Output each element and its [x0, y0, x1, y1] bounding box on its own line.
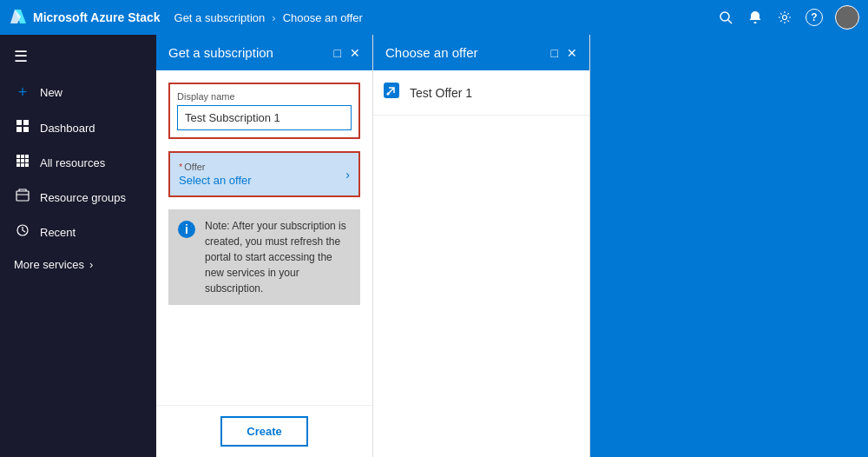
- content-area: Get a subscription □ ✕ Display name *: [156, 35, 868, 457]
- panel-get-subscription: Get a subscription □ ✕ Display name *: [156, 35, 373, 457]
- required-star: *: [179, 162, 182, 172]
- resource-groups-icon: [14, 189, 31, 206]
- svg-point-5: [783, 16, 787, 20]
- sidebar: ☰ + New Dashboard All resources Resource…: [0, 35, 156, 457]
- svg-rect-18: [25, 163, 29, 167]
- display-name-label: Display name: [177, 91, 352, 102]
- panel-right-minimize-icon[interactable]: □: [551, 46, 558, 60]
- display-name-group: Display name: [168, 83, 360, 139]
- svg-point-24: [387, 93, 390, 96]
- sidebar-item-recent-label: Recent: [40, 226, 76, 239]
- panel-left-header: Get a subscription □ ✕: [156, 35, 372, 70]
- recent-icon: [14, 223, 31, 241]
- display-name-input[interactable]: [177, 105, 352, 130]
- settings-icon[interactable]: [776, 9, 793, 26]
- sidebar-item-new-label: New: [40, 86, 62, 99]
- offer-selector[interactable]: * Offer Select an offer ›: [168, 151, 360, 197]
- svg-rect-19: [16, 191, 29, 201]
- sidebar-item-dashboard[interactable]: Dashboard: [0, 110, 156, 145]
- all-resources-icon: [14, 154, 31, 171]
- notification-icon[interactable]: [746, 9, 764, 26]
- svg-rect-12: [25, 155, 29, 158]
- panel-right-title: Choose an offer: [385, 45, 477, 60]
- offer-list-item[interactable]: Test Offer 1: [373, 70, 589, 116]
- dashboard-icon: [14, 119, 31, 136]
- brand-name: Microsoft Azure Stack: [33, 10, 161, 24]
- blue-fill-area: [590, 35, 868, 457]
- topbar-icons: ?: [717, 5, 859, 30]
- svg-rect-4: [754, 22, 757, 23]
- panel-left-footer: Create: [156, 405, 372, 457]
- sidebar-item-all-resources-label: All resources: [40, 156, 105, 169]
- more-services-label: More services: [14, 258, 84, 271]
- svg-point-2: [720, 12, 729, 21]
- info-icon: i: [177, 220, 196, 296]
- svg-line-3: [728, 20, 732, 23]
- info-text: Note: After your subscription is created…: [205, 218, 352, 296]
- panel-right-header: Choose an offer □ ✕: [373, 35, 589, 70]
- svg-rect-14: [21, 159, 24, 162]
- sidebar-item-all-resources[interactable]: All resources: [0, 145, 156, 180]
- breadcrumb-step1[interactable]: Get a subscription: [174, 11, 266, 24]
- sidebar-item-dashboard-label: Dashboard: [40, 122, 95, 135]
- hamburger-menu[interactable]: ☰: [0, 38, 156, 75]
- svg-rect-7: [23, 120, 29, 125]
- breadcrumb-separator: ›: [272, 11, 275, 24]
- svg-rect-6: [16, 120, 22, 125]
- avatar[interactable]: [835, 5, 859, 30]
- svg-rect-16: [16, 163, 20, 167]
- offer-label-row: * Offer: [179, 162, 252, 172]
- sidebar-more-services[interactable]: More services ›: [0, 249, 156, 280]
- azure-logo: [9, 8, 28, 27]
- create-button[interactable]: Create: [220, 416, 307, 447]
- sidebar-item-new[interactable]: + New: [0, 75, 156, 110]
- svg-text:i: i: [185, 222, 188, 236]
- help-icon[interactable]: ?: [806, 9, 823, 26]
- info-box: i Note: After your subscription is creat…: [168, 209, 360, 305]
- svg-rect-10: [16, 155, 20, 158]
- offer-chevron-icon: ›: [345, 168, 350, 182]
- breadcrumb-step2: Choose an offer: [283, 11, 363, 24]
- panel-left-body: Display name * Offer Select an offer ›: [156, 70, 372, 405]
- svg-rect-8: [16, 127, 22, 132]
- panel-left-close-icon[interactable]: ✕: [350, 46, 360, 60]
- svg-rect-15: [25, 159, 29, 162]
- svg-rect-17: [21, 163, 24, 167]
- panel-left-minimize-icon[interactable]: □: [334, 46, 341, 60]
- offer-label: Offer: [184, 162, 205, 172]
- panel-right-header-icons: □ ✕: [551, 46, 577, 60]
- svg-rect-11: [21, 155, 24, 158]
- search-icon[interactable]: [717, 9, 734, 26]
- main-layout: ☰ + New Dashboard All resources Resource…: [0, 35, 868, 457]
- svg-rect-13: [16, 159, 20, 162]
- panel-left-header-icons: □ ✕: [334, 46, 360, 60]
- offer-placeholder: Select an offer: [179, 174, 252, 187]
- panel-right-close-icon[interactable]: ✕: [567, 46, 577, 60]
- sidebar-item-recent[interactable]: Recent: [0, 215, 156, 249]
- sidebar-item-resource-groups[interactable]: Resource groups: [0, 180, 156, 215]
- panel-right-body: Test Offer 1: [373, 70, 589, 457]
- panel-left-title: Get a subscription: [168, 45, 273, 60]
- svg-rect-9: [23, 127, 29, 132]
- offer-item-name: Test Offer 1: [410, 86, 472, 100]
- brand: Microsoft Azure Stack: [9, 8, 161, 27]
- breadcrumb: Get a subscription › Choose an offer: [174, 11, 717, 24]
- more-services-chevron: ›: [89, 258, 93, 271]
- new-icon: +: [14, 83, 31, 102]
- topbar: Microsoft Azure Stack Get a subscription…: [0, 0, 868, 35]
- panel-choose-offer: Choose an offer □ ✕ Test Offer 1: [373, 35, 590, 457]
- sidebar-item-resource-groups-label: Resource groups: [40, 191, 126, 204]
- offer-selector-content: * Offer Select an offer: [179, 162, 252, 187]
- offer-tag-icon: [382, 81, 401, 104]
